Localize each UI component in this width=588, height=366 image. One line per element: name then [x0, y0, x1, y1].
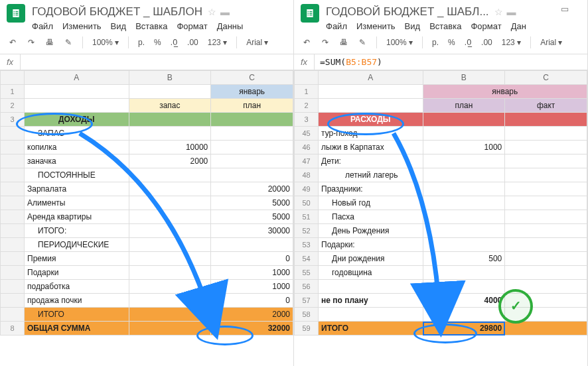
- titlebar: ГОДОВОЙ БЮДЖЕТ _ ШАБЛ...☆▬ Файл Изменить…: [294, 0, 587, 31]
- menu-edit[interactable]: Изменить: [356, 21, 396, 31]
- menu-file[interactable]: Файл: [326, 21, 347, 31]
- format-more-button[interactable]: 123 ▾: [499, 38, 524, 47]
- titlebar: ГОДОВОЙ БЮДЖЕТ _ ШАБЛОН☆▬ Файл Изменить …: [0, 0, 293, 31]
- formula-bar[interactable]: fx: [0, 54, 293, 70]
- document-title[interactable]: ГОДОВОЙ БЮДЖЕТ _ ШАБЛОН☆▬: [32, 4, 287, 19]
- zoom-select[interactable]: 100% ▾: [384, 38, 415, 47]
- fx-icon: fx: [0, 54, 21, 70]
- fx-icon: fx: [294, 54, 315, 70]
- decimal-inc-button[interactable]: .00: [478, 38, 495, 47]
- redo-icon[interactable]: ↷: [24, 35, 38, 50]
- menu-view[interactable]: Вид: [405, 21, 421, 31]
- document-title[interactable]: ГОДОВОЙ БЮДЖЕТ _ ШАБЛ...☆▬: [326, 4, 554, 19]
- toolbar: ↶ ↷ 🖶 ✎ 100% ▾ р. % .0̲ .00 123 ▾ Arial …: [294, 31, 587, 54]
- left-pane: ГОДОВОЙ БЮДЖЕТ _ ШАБЛОН☆▬ Файл Изменить …: [0, 0, 294, 366]
- print-icon[interactable]: 🖶: [42, 35, 57, 50]
- sheets-logo-icon: [301, 4, 319, 23]
- annotation-arrow: [294, 70, 573, 349]
- menu-format[interactable]: Формат: [471, 21, 501, 31]
- menu-edit[interactable]: Изменить: [62, 21, 102, 31]
- percent-button[interactable]: %: [151, 38, 164, 47]
- redo-icon[interactable]: ↷: [318, 35, 332, 50]
- paint-format-icon[interactable]: ✎: [355, 35, 370, 50]
- print-icon[interactable]: 🖶: [336, 35, 351, 50]
- currency-button[interactable]: р.: [429, 38, 441, 47]
- menu-insert[interactable]: Вставка: [135, 21, 167, 31]
- undo-icon[interactable]: ↶: [5, 35, 20, 50]
- folder-icon[interactable]: ▬: [220, 7, 230, 17]
- menubar: Файл Изменить Вид Вставка Формат Дан: [326, 21, 554, 31]
- menu-file[interactable]: Файл: [32, 21, 53, 31]
- folder-icon[interactable]: ▬: [507, 7, 516, 17]
- currency-button[interactable]: р.: [135, 38, 147, 47]
- menu-insert[interactable]: Вставка: [429, 21, 461, 31]
- spreadsheet-grid[interactable]: ABC 1январь 2запасплан 3ДОХОДЫ ЗАПАС коп…: [0, 70, 293, 366]
- annotation-arrow: [0, 70, 265, 349]
- decimal-inc-button[interactable]: .00: [184, 38, 201, 47]
- zoom-select[interactable]: 100% ▾: [90, 38, 121, 47]
- menu-format[interactable]: Формат: [177, 21, 207, 31]
- menu-data[interactable]: Дан: [511, 21, 526, 31]
- comments-icon[interactable]: ▭: [561, 4, 575, 19]
- star-icon[interactable]: ☆: [494, 7, 503, 17]
- sheets-logo-icon: [7, 4, 25, 23]
- formula-input[interactable]: =SUM(B5:B57): [315, 54, 388, 70]
- spreadsheet-grid[interactable]: ABC 1январь 2планфакт 3РАСХОДЫ 45 тур-по…: [294, 70, 587, 366]
- right-pane: ГОДОВОЙ БЮДЖЕТ _ ШАБЛ...☆▬ Файл Изменить…: [294, 0, 588, 366]
- decimal-dec-button[interactable]: .0̲: [168, 38, 181, 47]
- percent-button[interactable]: %: [445, 38, 458, 47]
- toolbar: ↶ ↷ 🖶 ✎ 100% ▾ р. % .0̲ .00 123 ▾ Arial …: [0, 31, 293, 54]
- formula-bar[interactable]: fx =SUM(B5:B57): [294, 54, 587, 70]
- font-select[interactable]: Arial ▾: [244, 38, 271, 47]
- format-more-button[interactable]: 123 ▾: [205, 38, 230, 47]
- decimal-dec-button[interactable]: .0̲: [462, 38, 475, 47]
- paint-format-icon[interactable]: ✎: [61, 35, 76, 50]
- menubar: Файл Изменить Вид Вставка Формат Данны: [32, 21, 287, 31]
- menu-view[interactable]: Вид: [111, 21, 127, 31]
- undo-icon[interactable]: ↶: [299, 35, 314, 50]
- star-icon[interactable]: ☆: [208, 7, 216, 17]
- menu-data[interactable]: Данны: [217, 21, 244, 31]
- font-select[interactable]: Arial ▾: [538, 38, 565, 47]
